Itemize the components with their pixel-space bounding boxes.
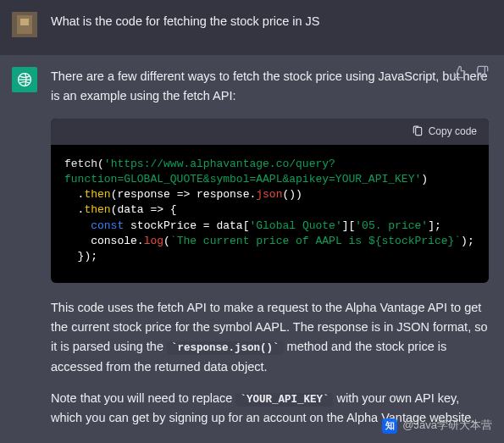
code-header: Copy code [51,119,489,145]
zhihu-logo-icon: 知 [382,418,397,434]
watermark-text: @Java学研大本营 [402,417,492,435]
assistant-message: There are a few different ways to fetch … [0,55,504,443]
assistant-intro: There are a few different ways to fetch … [51,67,489,106]
assistant-avatar [12,67,37,92]
svg-rect-2 [20,19,29,25]
user-prompt: What is the code for fetching the stock … [51,12,489,31]
copy-code-button[interactable]: Copy code [429,124,477,140]
svg-rect-4 [415,127,421,135]
thumbs-down-icon[interactable] [475,65,489,79]
feedback-buttons [453,65,489,79]
inline-code: `response.json()` [167,341,284,355]
code-block: Copy code fetch('https://www.alphavantag… [51,119,489,284]
assistant-para-4: Also, keep in mind that this is just one… [51,440,489,443]
user-message: What is the code for fetching the stock … [0,0,504,55]
clipboard-icon[interactable] [412,125,424,137]
user-avatar [12,12,37,37]
code-content: fetch('https://www.alphavantage.co/query… [51,145,489,283]
assistant-para-2: This code uses the fetch API to make a r… [51,298,489,377]
watermark: 知 @Java学研大本营 [382,417,492,435]
inline-code: `YOUR_API_KEY` [235,393,333,407]
thumbs-up-icon[interactable] [453,65,467,79]
